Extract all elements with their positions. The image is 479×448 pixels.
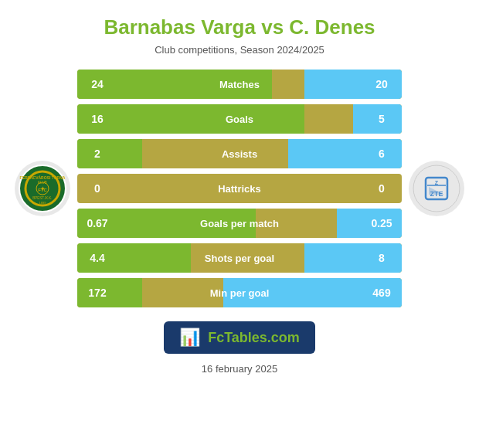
date-text: 16 february 2025 — [202, 363, 277, 375]
stat-row-matches: 24Matches20 — [77, 70, 402, 99]
stats-container: 24Matches2016Goals52Assists60Hattricks00… — [77, 70, 402, 307]
stat-row-goals-per-match: 0.67Goals per match0.25 — [77, 209, 402, 238]
stat-left-value: 4.4 — [77, 252, 117, 264]
svg-text:ZTE: ZTE — [430, 190, 443, 198]
stat-label: Shots per goal — [117, 253, 362, 264]
stat-label: Assists — [117, 148, 362, 160]
stat-row-min-per-goal: 172Min per goal469 — [77, 278, 402, 307]
stat-label: Goals per match — [117, 218, 362, 229]
stat-left-value: 2 — [77, 148, 117, 160]
svg-text:✦: ✦ — [40, 185, 46, 192]
stat-row-assists: 2Assists6 — [77, 139, 402, 168]
fctables-text: FcTables.com — [208, 330, 300, 346]
svg-point-9 — [413, 165, 460, 212]
svg-text:Z: Z — [435, 180, 439, 185]
fctables-icon: 📊 — [179, 328, 200, 348]
stat-label: Hattricks — [117, 183, 362, 195]
stat-left-value: 16 — [77, 113, 117, 125]
stat-row-hattricks: 0Hattricks0 — [77, 174, 402, 203]
right-team-logo: Z ZTE — [402, 161, 471, 216]
fctables-rest: Tables.com — [224, 330, 300, 345]
stat-row-shots-per-goal: 4.4Shots per goal8 — [77, 243, 402, 273]
svg-text:BPEST.IX.K.: BPEST.IX.K. — [32, 196, 52, 200]
stat-right-value: 20 — [362, 78, 402, 90]
left-team-logo: FERENCVÁROSI TORNA KLUB FTC BPEST.IX.K. … — [8, 161, 77, 216]
stat-label: Matches — [117, 79, 362, 90]
stat-label: Min per goal — [117, 287, 362, 299]
stat-label: Goals — [117, 114, 362, 125]
stat-right-value: 0.25 — [362, 217, 402, 229]
subtitle: Club competitions, Season 2024/2025 — [155, 44, 324, 56]
stat-left-value: 24 — [77, 78, 117, 90]
fctables-banner: 📊 FcTables.com — [164, 321, 315, 354]
svg-text:FERENCVÁROSI TORNA: FERENCVÁROSI TORNA — [20, 175, 66, 180]
stat-right-value: 0 — [362, 182, 402, 195]
stat-left-value: 0 — [77, 182, 117, 195]
stat-right-value: 6 — [362, 148, 402, 160]
stat-right-value: 5 — [362, 113, 402, 125]
comparison-area: FERENCVÁROSI TORNA KLUB FTC BPEST.IX.K. … — [8, 70, 471, 307]
stat-left-value: 0.67 — [77, 217, 117, 229]
fctables-brand: Fc — [208, 330, 224, 345]
stat-right-value: 8 — [362, 252, 402, 264]
page-title: Barnabas Varga vs C. Denes — [104, 15, 375, 39]
svg-text:1899: 1899 — [39, 201, 47, 205]
stat-row-goals: 16Goals5 — [77, 104, 402, 134]
stat-left-value: 172 — [77, 287, 117, 299]
stat-right-value: 469 — [362, 287, 402, 299]
